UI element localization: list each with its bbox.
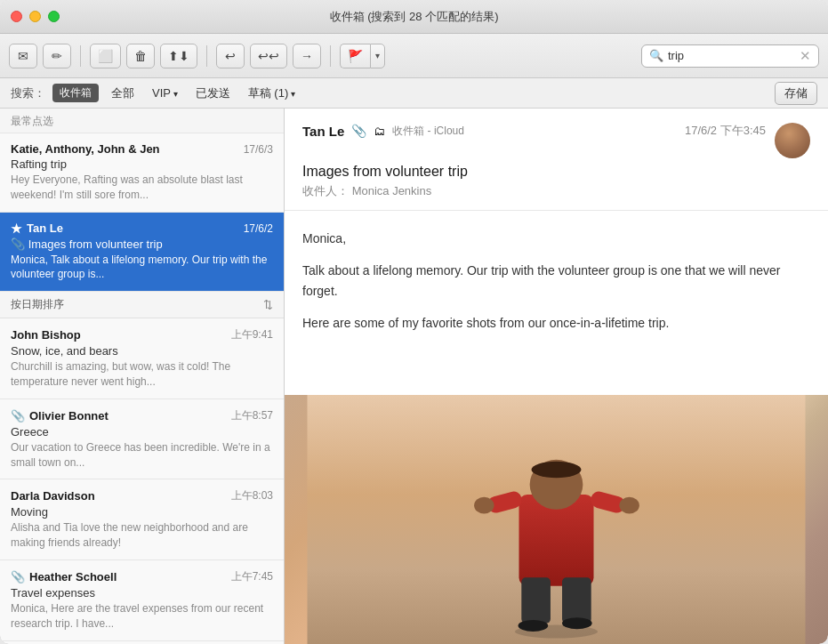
- email-time-1: 17/6/3: [244, 143, 273, 156]
- email-preview-2: Monica, Talk about a lifelong memory. Ou…: [11, 253, 273, 283]
- delete-icon: 🗑: [134, 49, 147, 63]
- email-header-top: Tan Le 📎 🗂 收件箱 - iCloud 17/6/2 下午3:45: [302, 123, 810, 158]
- svg-point-10: [474, 497, 494, 514]
- svg-rect-3: [521, 577, 551, 623]
- email-detail: Tan Le 📎 🗂 收件箱 - iCloud 17/6/2 下午3:45 Im…: [285, 109, 828, 644]
- flag-icon: 🚩: [348, 49, 363, 63]
- email-item-3[interactable]: John Bishop 上午9:41 Snow, ice, and bears …: [0, 318, 284, 399]
- mailbox-icon: ✉: [18, 49, 28, 63]
- email-item-1-header: Katie, Anthony, John & Jen 17/6/3: [11, 142, 273, 156]
- traffic-lights: [11, 11, 60, 22]
- email-item-1[interactable]: Katie, Anthony, John & Jen 17/6/3 Raftin…: [0, 133, 284, 213]
- sort-label[interactable]: 按日期排序: [11, 297, 64, 312]
- detail-subject: Images from volunteer trip: [302, 164, 810, 180]
- search-icon: 🔍: [649, 49, 663, 62]
- email-sender-6: 📎 Heather Schoell: [11, 570, 117, 584]
- section-header-recent: 最常点选: [0, 109, 284, 133]
- mailbox-button[interactable]: ✉: [9, 44, 37, 68]
- email-time-3: 上午9:41: [231, 327, 273, 342]
- avatar: [775, 123, 810, 158]
- svg-point-11: [619, 497, 639, 514]
- email-sender-1: Katie, Anthony, John & Jen: [11, 142, 160, 156]
- close-button[interactable]: [11, 11, 22, 22]
- title-bar: 收件箱 (搜索到 28 个匹配的结果): [0, 0, 828, 34]
- email-sender-2-name: Tan Le: [27, 221, 63, 235]
- inbox-filter-tag[interactable]: 收件箱: [52, 84, 99, 102]
- flag-dropdown-button[interactable]: ▾: [370, 44, 385, 68]
- avatar-image: [775, 123, 810, 158]
- archive-button[interactable]: ⬜: [90, 44, 121, 68]
- forward-icon: →: [301, 49, 313, 63]
- save-search-button[interactable]: 存储: [775, 82, 817, 105]
- photo-svg: [285, 395, 828, 644]
- separator-2: [206, 45, 207, 67]
- window-title: 收件箱 (搜索到 28 个匹配的结果): [330, 9, 499, 25]
- email-item-4[interactable]: 📎 Olivier Bonnet 上午8:57 Greece Our vacat…: [0, 399, 284, 480]
- reply-all-icon: ↩↩: [258, 49, 279, 63]
- move-icon: ⬆⬇: [168, 49, 189, 63]
- maximize-button[interactable]: [48, 11, 60, 22]
- email-subject-2: 📎 Images from volunteer trip: [11, 237, 273, 251]
- vip-filter-option[interactable]: VIP: [147, 85, 183, 101]
- search-input[interactable]: [668, 49, 792, 62]
- mailbox-folder-icon: 🗂: [374, 125, 385, 138]
- separator-1: [80, 45, 81, 67]
- email-subject-5: Moving: [11, 505, 273, 519]
- compose-icon: ✏: [52, 49, 62, 63]
- reply-icon: ↩: [225, 49, 236, 63]
- email-subject-3: Snow, ice, and bears: [11, 344, 273, 358]
- email-item-6[interactable]: 📎 Heather Schoell 上午7:45 Travel expenses…: [0, 560, 284, 641]
- email-item-5[interactable]: Darla Davidson 上午8:03 Moving Alisha and …: [0, 479, 284, 560]
- search-container: 🔍 ✕: [641, 44, 819, 68]
- email-item-3-header: John Bishop 上午9:41: [11, 327, 273, 342]
- archive-icon: ⬜: [98, 49, 113, 63]
- svg-point-12: [532, 462, 582, 479]
- email-subject-1: Rafting trip: [11, 157, 273, 171]
- search-label: 搜索：: [11, 85, 45, 101]
- email-detail-header: Tan Le 📎 🗂 收件箱 - iCloud 17/6/2 下午3:45 Im…: [285, 109, 828, 211]
- sent-filter-option[interactable]: 已发送: [190, 84, 236, 103]
- minimize-button[interactable]: [29, 11, 41, 22]
- detail-date: 17/6/2 下午3:45: [685, 123, 766, 139]
- email-time-6: 上午7:45: [231, 569, 273, 584]
- detail-sender: Tan Le: [302, 124, 344, 139]
- email-sender-2: ★ Tan Le: [11, 221, 63, 236]
- email-item-2[interactable]: ★ Tan Le 17/6/2 📎 Images from volunteer …: [0, 213, 284, 293]
- compose-button[interactable]: ✏: [43, 44, 71, 68]
- email-time-5: 上午8:03: [231, 488, 273, 503]
- email-preview-4: Our vacation to Greece has been incredib…: [11, 440, 273, 471]
- email-item-2-header: ★ Tan Le 17/6/2: [11, 221, 273, 236]
- body-paragraph-1: Talk about a lifelong memory. Our trip w…: [302, 261, 810, 301]
- flag-button-group: 🚩 ▾: [340, 44, 385, 68]
- forward-button[interactable]: →: [293, 44, 321, 68]
- email-preview-3: Churchill is amazing, but wow, was it co…: [11, 359, 273, 390]
- sort-bar: 按日期排序 ⇅: [0, 292, 284, 318]
- draft-filter-option[interactable]: 草稿 (1): [243, 84, 301, 103]
- email-time-4: 上午8:57: [231, 408, 273, 423]
- mail-window: 收件箱 (搜索到 28 个匹配的结果) ✉ ✏ ⬜ 🗑 ⬆⬇ ↩ ↩↩ →: [0, 0, 828, 644]
- attachment-icon-4: 📎: [11, 409, 25, 423]
- reply-all-button[interactable]: ↩↩: [250, 44, 287, 68]
- email-time-2: 17/6/2: [244, 222, 273, 235]
- search-clear-button[interactable]: ✕: [800, 48, 811, 64]
- email-body: Monica, Talk about a lifelong memory. Ou…: [285, 211, 828, 395]
- delete-button[interactable]: 🗑: [126, 44, 155, 68]
- email-preview-6: Monica, Here are the travel expenses fro…: [11, 601, 273, 632]
- detail-attachment-icon: 📎: [351, 124, 366, 138]
- separator-3: [330, 45, 331, 67]
- detail-to-label: 收件人：: [302, 184, 349, 197]
- email-list: 最常点选 Katie, Anthony, John & Jen 17/6/3 R…: [0, 109, 285, 644]
- main-content: 最常点选 Katie, Anthony, John & Jen 17/6/3 R…: [0, 109, 828, 644]
- email-item-5-header: Darla Davidson 上午8:03: [11, 488, 273, 503]
- sort-icon[interactable]: ⇅: [263, 298, 273, 311]
- flag-button[interactable]: 🚩: [340, 44, 370, 68]
- move-button[interactable]: ⬆⬇: [160, 44, 197, 68]
- attachment-icon-6: 📎: [11, 570, 25, 584]
- toolbar: ✉ ✏ ⬜ 🗑 ⬆⬇ ↩ ↩↩ → 🚩: [0, 34, 828, 78]
- email-preview-5: Alisha and Tia love the new neighborhood…: [11, 520, 273, 551]
- reply-button[interactable]: ↩: [216, 44, 245, 68]
- photo-attachment: [285, 395, 828, 644]
- detail-to-address: Monica Jenkins: [352, 184, 432, 197]
- svg-point-5: [519, 620, 549, 632]
- all-filter-option[interactable]: 全部: [106, 84, 140, 103]
